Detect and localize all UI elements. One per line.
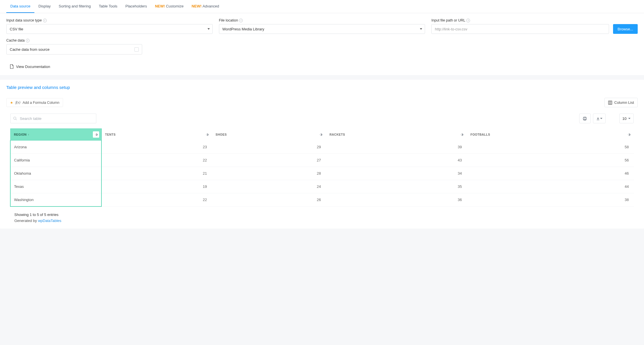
cache-checkbox[interactable]	[134, 47, 139, 52]
search-input[interactable]	[10, 114, 96, 123]
tab-advanced[interactable]: NEW! Advanced	[187, 0, 223, 13]
table-row[interactable]: Oklahoma21283446	[10, 167, 634, 180]
source-type-select[interactable]: CSV file	[6, 24, 213, 34]
column-header-rackets[interactable]: RACKETS	[326, 129, 467, 141]
cell-tents: 22	[101, 154, 212, 167]
info-icon[interactable]: i	[43, 19, 47, 22]
cell-shoes: 26	[212, 193, 326, 207]
cell-tents: 23	[101, 141, 212, 154]
gear-icon[interactable]	[318, 131, 324, 138]
cell-region: Washington	[10, 193, 101, 207]
table-row[interactable]: Arizona23293958	[10, 141, 634, 154]
search-icon	[13, 117, 17, 120]
page-size-select[interactable]: 10	[619, 114, 634, 123]
fx-icon: f(x)	[15, 100, 20, 105]
chevron-down-icon	[600, 118, 602, 119]
entries-info: Showing 1 to 5 of 5 entries	[14, 213, 630, 217]
cell-tents: 22	[101, 193, 212, 207]
browse-button[interactable]: Browse...	[613, 24, 638, 34]
tab-display[interactable]: Display	[34, 0, 55, 13]
cell-footballs: 44	[467, 180, 634, 193]
column-header-shoes[interactable]: SHOES	[212, 129, 326, 141]
cell-rackets: 35	[326, 180, 467, 193]
chevron-down-icon	[628, 118, 631, 119]
cell-tents: 21	[101, 167, 212, 180]
columns-icon	[608, 101, 612, 105]
cell-shoes: 28	[212, 167, 326, 180]
add-formula-button[interactable]: ★ f(x) Add a Formula Column	[6, 98, 63, 107]
new-badge: NEW!	[191, 4, 202, 8]
table-row[interactable]: California22274356	[10, 154, 634, 167]
gear-icon[interactable]	[459, 131, 465, 138]
form-area: Input data source type i CSV file File l…	[0, 13, 644, 75]
gear-icon[interactable]	[625, 131, 632, 138]
cell-footballs: 58	[467, 141, 634, 154]
tab-customize[interactable]: NEW! Customize	[151, 0, 188, 13]
sort-asc-icon: ↑	[28, 133, 30, 136]
table-body: Arizona23293958California22274356Oklahom…	[10, 141, 634, 207]
cell-shoes: 29	[212, 141, 326, 154]
info-icon[interactable]: i	[466, 19, 470, 22]
column-header-region[interactable]: REGION↑	[10, 129, 101, 141]
print-icon	[583, 116, 587, 121]
export-button[interactable]	[593, 114, 606, 123]
tab-table-tools[interactable]: Table Tools	[95, 0, 122, 13]
cell-region: Arizona	[10, 141, 101, 154]
cell-rackets: 34	[326, 167, 467, 180]
new-badge: NEW!	[155, 4, 166, 8]
cell-region: Texas	[10, 180, 101, 193]
source-type-label: Input data source type	[6, 18, 42, 22]
file-location-label: File location	[219, 18, 238, 22]
cache-checkbox-row[interactable]: Cache data from source	[6, 44, 142, 54]
settings-panel: Data sourceDisplaySorting and filteringT…	[0, 0, 644, 75]
download-icon	[596, 117, 600, 120]
data-table: REGION↑TENTSSHOESRACKETSFOOTBALLS Arizon…	[10, 128, 634, 207]
info-icon[interactable]: i	[26, 39, 30, 42]
wpdatatables-link[interactable]: wpDataTables	[38, 219, 61, 223]
cell-rackets: 36	[326, 193, 467, 207]
info-icon[interactable]: i	[239, 19, 243, 22]
cell-region: Oklahoma	[10, 167, 101, 180]
cell-tents: 19	[101, 180, 212, 193]
column-header-footballs[interactable]: FOOTBALLS	[467, 129, 634, 141]
table-row[interactable]: Washington22263638	[10, 193, 634, 207]
star-icon: ★	[10, 101, 13, 105]
svg-line-4	[16, 119, 17, 120]
cell-rackets: 43	[326, 154, 467, 167]
column-header-tents[interactable]: TENTS	[101, 129, 212, 141]
cell-footballs: 46	[467, 167, 634, 180]
file-location-select[interactable]: WordPress Media Library	[219, 24, 425, 34]
cell-region: California	[10, 154, 101, 167]
chevron-down-icon	[208, 28, 210, 30]
table-row[interactable]: Texas19243544	[10, 180, 634, 193]
preview-panel: Table preview and columns setup ★ f(x) A…	[0, 80, 644, 229]
file-path-label: Input file path or URL	[431, 18, 465, 22]
file-path-input[interactable]	[431, 24, 609, 34]
generated-by: Generated by wpDataTables	[14, 219, 630, 223]
cell-shoes: 24	[212, 180, 326, 193]
cell-footballs: 38	[467, 193, 634, 207]
preview-title: Table preview and columns setup	[0, 80, 644, 98]
cell-shoes: 27	[212, 154, 326, 167]
cell-rackets: 39	[326, 141, 467, 154]
tab-data-source[interactable]: Data source	[6, 0, 34, 13]
column-list-button[interactable]: Column List	[604, 98, 638, 107]
tab-placeholders[interactable]: Placeholders	[122, 0, 151, 13]
table-header-row: REGION↑TENTSSHOESRACKETSFOOTBALLS	[10, 129, 634, 141]
tabs: Data sourceDisplaySorting and filteringT…	[0, 0, 644, 13]
print-button[interactable]	[579, 114, 591, 123]
svg-rect-6	[584, 119, 586, 120]
svg-point-3	[13, 117, 16, 119]
gear-icon[interactable]	[93, 131, 99, 138]
chevron-down-icon	[420, 28, 422, 30]
document-icon	[10, 64, 14, 69]
cell-footballs: 56	[467, 154, 634, 167]
tab-sorting-and-filtering[interactable]: Sorting and filtering	[55, 0, 95, 13]
cache-label: Cache data	[6, 38, 25, 42]
view-documentation-link[interactable]: View Documentation	[6, 59, 638, 75]
gear-icon[interactable]	[203, 131, 210, 138]
svg-rect-0	[608, 101, 612, 104]
